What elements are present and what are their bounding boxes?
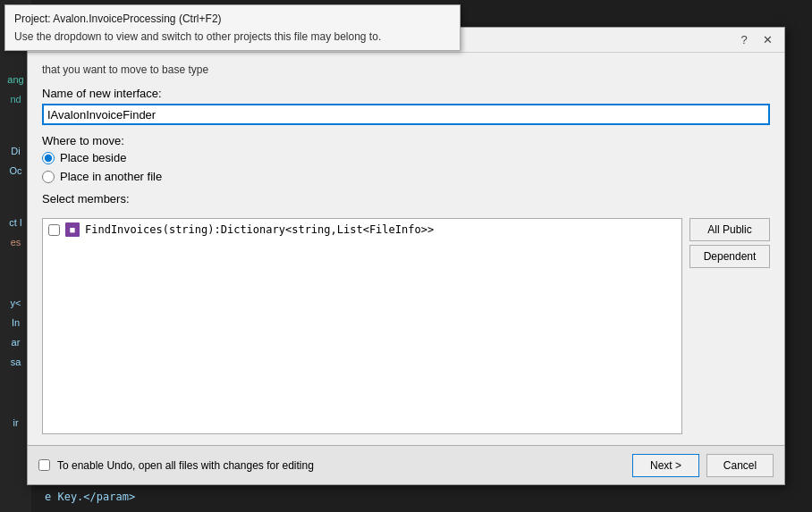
- help-button[interactable]: ?: [734, 30, 754, 50]
- next-button[interactable]: Next >: [632, 454, 699, 477]
- members-area: ■ FindInvoices(string):Dictionary<string…: [42, 218, 770, 434]
- members-label: Select members:: [42, 192, 770, 206]
- extract-interface-dialog: Extract Interface ? ✕ that you want to m…: [27, 27, 785, 485]
- editor-code-bottom: e Key.</param>: [45, 491, 135, 503]
- cancel-button[interactable]: Cancel: [706, 454, 774, 477]
- footer-left: To enable Undo, open all files with chan…: [38, 459, 314, 472]
- footer-right: Next > Cancel: [632, 454, 774, 477]
- name-field-section: Name of new interface:: [42, 87, 770, 125]
- members-list: ■ FindInvoices(string):Dictionary<string…: [42, 218, 682, 434]
- where-to-move-label: Where to move:: [42, 134, 770, 147]
- tooltip-title: Project: Avalon.InvoiceProcessing (Ctrl+…: [14, 13, 451, 25]
- member-row: ■ FindInvoices(string):Dictionary<string…: [43, 219, 681, 240]
- tooltip-description: Use the dropdown to view and switch to o…: [14, 30, 451, 43]
- radio-place-another-input[interactable]: [42, 171, 55, 183]
- radio-place-another[interactable]: Place in another file: [42, 170, 770, 183]
- title-bar-controls: ? ✕: [734, 30, 777, 50]
- radio-group: Place beside Place in another file: [42, 151, 770, 183]
- members-side-buttons: All Public Dependent: [689, 218, 770, 434]
- member-icon: ■: [65, 222, 80, 237]
- radio-place-beside-label: Place beside: [60, 151, 126, 164]
- member-text: FindInvoices(string):Dictionary<string,L…: [85, 223, 434, 236]
- dialog-content: that you want to move to base type Name …: [28, 53, 784, 445]
- interface-name-input[interactable]: [42, 104, 770, 125]
- hint-text: that you want to move to base type: [42, 63, 770, 76]
- all-public-button[interactable]: All Public: [689, 218, 770, 241]
- member-checkbox[interactable]: [48, 224, 60, 236]
- close-button[interactable]: ✕: [757, 30, 777, 50]
- dependent-button[interactable]: Dependent: [689, 245, 770, 268]
- project-tooltip: Project: Avalon.InvoiceProcessing (Ctrl+…: [4, 4, 461, 51]
- undo-label: To enable Undo, open all files with chan…: [57, 459, 314, 472]
- radio-place-beside[interactable]: Place beside: [42, 151, 770, 164]
- where-to-move-section: Where to move: Place beside Place in ano…: [42, 134, 770, 183]
- radio-place-beside-input[interactable]: [42, 152, 55, 164]
- radio-place-another-label: Place in another file: [60, 170, 162, 183]
- undo-checkbox[interactable]: [38, 459, 50, 471]
- dialog-footer: To enable Undo, open all files with chan…: [28, 445, 784, 484]
- name-label: Name of new interface:: [42, 87, 770, 100]
